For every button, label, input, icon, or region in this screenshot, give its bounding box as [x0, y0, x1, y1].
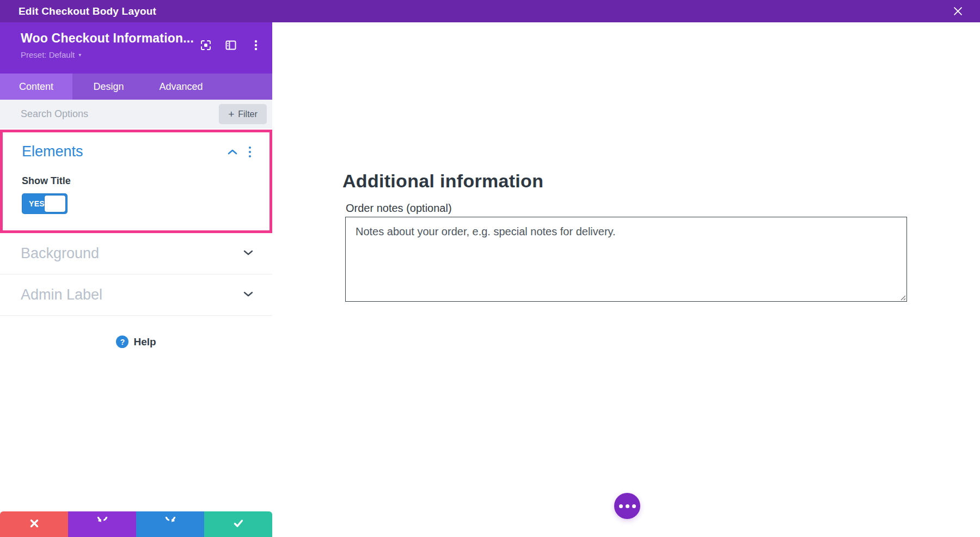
discard-button[interactable] [0, 511, 68, 537]
tab-content[interactable]: Content [0, 74, 72, 100]
scan-frame-icon[interactable] [199, 39, 212, 52]
elements-section-header[interactable]: Elements [22, 143, 256, 160]
save-button[interactable] [204, 511, 272, 537]
background-section-title: Background [21, 245, 99, 262]
undo-button[interactable] [68, 511, 136, 537]
settings-tabbar: Content Design Advanced [0, 74, 272, 100]
search-input[interactable] [21, 108, 213, 120]
ellipsis-dot [619, 504, 623, 508]
chevron-up-icon[interactable] [226, 148, 238, 156]
preset-selector[interactable]: Preset: Default ▾ [21, 50, 81, 59]
close-icon[interactable] [952, 5, 964, 17]
module-header-icons [199, 39, 262, 52]
ellipsis-dot [626, 504, 629, 508]
background-section-row[interactable]: Background [0, 233, 272, 274]
settings-panel: Woo Checkout Information... Preset: Defa… [0, 22, 272, 537]
admin-label-section-row[interactable]: Admin Label [0, 274, 272, 316]
filter-button-label: Filter [238, 109, 258, 119]
help-link[interactable]: ? Help [0, 335, 272, 348]
plus-icon: + [228, 109, 234, 119]
chevron-down-icon [242, 290, 254, 301]
panel-footer-actions [0, 511, 272, 537]
modal-titlebar: Edit Checkout Body Layout [0, 0, 980, 22]
toggle-yes-label: YES [29, 199, 45, 208]
ellipsis-dot [632, 504, 636, 508]
redo-button[interactable] [136, 511, 204, 537]
redo-arrow-icon [164, 517, 177, 532]
tab-advanced[interactable]: Advanced [145, 74, 217, 100]
elements-header-icons [226, 146, 256, 158]
undo-arrow-icon [96, 517, 109, 532]
order-notes-textarea[interactable] [345, 217, 907, 302]
filter-button[interactable]: + Filter [219, 104, 267, 124]
admin-label-section-title: Admin Label [21, 286, 102, 303]
order-notes-label: Order notes (optional) [346, 202, 452, 215]
preset-label: Preset: Default [21, 50, 75, 59]
show-title-toggle[interactable]: YES [22, 193, 68, 214]
toggle-knob [45, 196, 65, 212]
section-kebab-menu-icon[interactable] [248, 146, 252, 158]
caret-down-icon: ▾ [78, 52, 81, 58]
x-mark-icon [29, 518, 40, 531]
elements-section-title: Elements [22, 143, 83, 160]
search-options-row: + Filter [0, 100, 272, 129]
check-mark-icon [233, 518, 244, 531]
modal-title: Edit Checkout Body Layout [19, 5, 156, 17]
help-icon: ? [116, 335, 128, 348]
additional-information-heading: Additional information [342, 170, 543, 192]
show-title-label: Show Title [22, 175, 256, 187]
preview-canvas: Additional information Order notes (opti… [272, 22, 980, 537]
kebab-menu-icon[interactable] [249, 39, 262, 52]
chevron-down-icon [242, 248, 254, 259]
module-header: Woo Checkout Information... Preset: Defa… [0, 22, 272, 74]
elements-section-highlight: Elements Show Title YES [0, 130, 272, 233]
help-label: Help [133, 336, 156, 348]
divi-builder-modal: Edit Checkout Body Layout Woo Checkout I… [0, 0, 980, 537]
split-view-icon[interactable] [224, 39, 237, 52]
order-notes-field-wrap [345, 217, 907, 302]
module-more-options-button[interactable] [614, 493, 640, 519]
tab-design[interactable]: Design [72, 74, 145, 100]
